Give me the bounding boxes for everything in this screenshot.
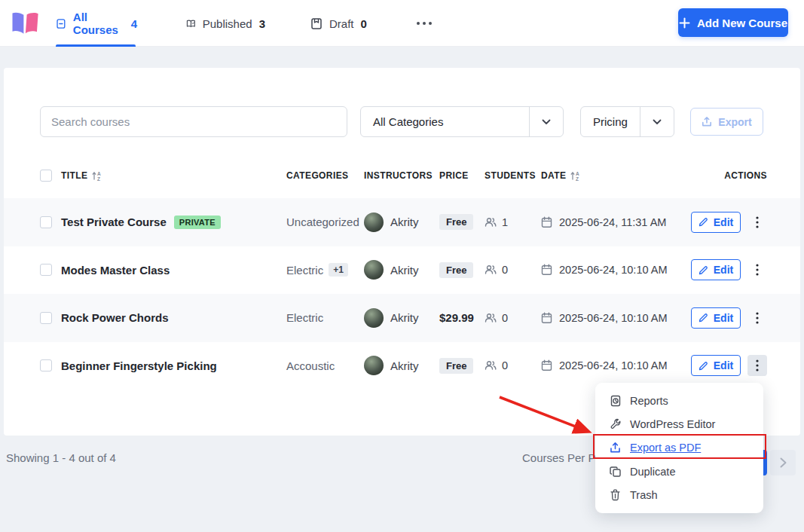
table-row: Test Private Course PRIVATE Uncategorize… (4, 198, 800, 246)
course-date: 2025-06-24, 10:10 AM (559, 264, 668, 276)
pencil-icon (699, 265, 708, 275)
tab-published[interactable]: Published 3 (186, 0, 265, 47)
course-date: 2025-06-24, 11:31 AM (559, 216, 666, 228)
add-new-course-button[interactable]: Add New Course (678, 8, 788, 37)
table-row: Rock Power Chords Electric Akrity $29.99… (4, 294, 800, 342)
svg-text:A: A (576, 171, 579, 176)
instructor-avatar (364, 308, 384, 328)
students-icon (485, 360, 497, 371)
row-actions-menu-button[interactable] (747, 259, 767, 280)
sort-icon[interactable]: A Z (91, 170, 102, 182)
reports-icon (609, 395, 622, 407)
calendar-icon (541, 264, 552, 276)
tab-count: 3 (259, 17, 265, 30)
edit-button[interactable]: Edit (691, 212, 741, 233)
row-checkbox[interactable] (40, 359, 52, 371)
row-actions-menu-button-open[interactable] (747, 355, 767, 376)
filter-bar: All Categories Pricing Export (40, 106, 767, 137)
add-new-course-label: Add New Course (697, 17, 787, 29)
more-tabs-button[interactable] (412, 17, 436, 29)
kebab-icon (756, 216, 759, 228)
menu-item-wordpress-editor[interactable]: WordPress Editor (595, 412, 763, 436)
kebab-icon (756, 359, 759, 371)
published-icon (186, 17, 196, 30)
students-count: 0 (502, 359, 508, 371)
svg-text:Z: Z (97, 176, 100, 182)
row-checkbox[interactable] (40, 312, 52, 324)
pagination-next-button[interactable] (770, 450, 796, 475)
courses-card: All Categories Pricing Export (4, 68, 800, 436)
table-header-row: TITLE A Z CATEGORIES INSTRUCTORS PRICE S… (4, 159, 800, 192)
courses-admin-page: All Courses 4 Published 3 Draft (0, 0, 804, 532)
menu-item-label: Trash (630, 489, 658, 501)
column-categories: CATEGORIES (286, 170, 364, 181)
instructor-name: Akrity (390, 311, 419, 324)
export-pdf-icon (609, 442, 622, 454)
menu-item-label: WordPress Editor (630, 418, 715, 430)
price-value: $29.99 (439, 311, 474, 324)
course-date: 2025-06-24, 10:10 AM (559, 359, 668, 371)
category-select[interactable]: All Categories (360, 106, 564, 137)
pricing-select[interactable]: Pricing (580, 106, 674, 137)
chevron-down-icon (640, 107, 674, 136)
pagination-summary: Showing 1 - 4 out of 4 (6, 451, 116, 464)
row-actions-context-menu: Reports WordPress Editor Export as PDF D… (595, 383, 763, 513)
course-title[interactable]: Modes Master Class (61, 264, 170, 277)
export-icon (702, 116, 712, 127)
students-count: 0 (502, 312, 508, 324)
students-icon (485, 264, 497, 275)
row-actions-menu-button[interactable] (747, 212, 767, 233)
pencil-icon (699, 313, 708, 323)
instructor-name: Akrity (390, 216, 419, 228)
pencil-icon (699, 361, 708, 371)
menu-item-trash[interactable]: Trash (595, 484, 763, 507)
tab-label: Draft (329, 17, 354, 30)
edit-button[interactable]: Edit (691, 307, 741, 329)
calendar-icon (541, 216, 552, 228)
row-checkbox[interactable] (40, 216, 52, 228)
select-all-checkbox[interactable] (40, 170, 52, 182)
table-row: Modes Master Class Electric +1 Akrity Fr… (4, 246, 800, 295)
duplicate-icon (609, 466, 622, 478)
kebab-icon (756, 264, 759, 276)
tutor-lms-logo (10, 9, 41, 39)
plus-icon (679, 17, 690, 29)
students-count: 0 (502, 264, 508, 276)
menu-item-export-as-pdf[interactable]: Export as PDF (595, 436, 763, 460)
menu-item-duplicate[interactable]: Duplicate (595, 460, 763, 483)
edit-button[interactable]: Edit (691, 259, 741, 280)
categories-more-tag: +1 (329, 263, 348, 277)
row-actions-menu-button[interactable] (747, 307, 767, 329)
column-instructors: INSTRUCTORS (364, 170, 439, 181)
column-title[interactable]: TITLE A Z (61, 170, 286, 182)
wrench-icon (609, 418, 622, 430)
tab-count: 4 (131, 17, 137, 30)
course-title[interactable]: Rock Power Chords (61, 311, 169, 324)
draft-icon (310, 17, 323, 30)
row-checkbox[interactable] (40, 264, 52, 276)
edit-button[interactable]: Edit (691, 355, 741, 376)
sort-icon[interactable]: A Z (570, 170, 581, 182)
calendar-icon (541, 312, 552, 324)
tab-label: All Courses (73, 11, 124, 36)
price-badge: Free (439, 262, 473, 278)
pencil-icon (699, 217, 708, 227)
course-categories: Electric (286, 264, 323, 277)
tab-label: Published (203, 17, 252, 30)
course-title[interactable]: Test Private Course (61, 216, 167, 228)
instructor-name: Akrity (390, 359, 419, 372)
tab-all-courses[interactable]: All Courses 4 (56, 0, 137, 47)
export-button[interactable]: Export (690, 108, 763, 136)
menu-item-reports[interactable]: Reports (595, 389, 763, 412)
menu-item-label: Duplicate (630, 466, 675, 478)
column-date[interactable]: DATE A Z (541, 170, 724, 182)
search-input[interactable] (40, 106, 347, 137)
course-status-tabs: All Courses 4 Published 3 Draft (56, 0, 436, 47)
column-actions: ACTIONS (724, 170, 767, 181)
course-title[interactable]: Beginner Fingerstyle Picking (61, 359, 217, 372)
menu-item-label: Reports (630, 395, 668, 407)
kebab-icon (756, 312, 759, 324)
all-courses-icon (56, 17, 66, 30)
tab-draft[interactable]: Draft 0 (310, 0, 368, 47)
chevron-down-icon (529, 107, 563, 136)
